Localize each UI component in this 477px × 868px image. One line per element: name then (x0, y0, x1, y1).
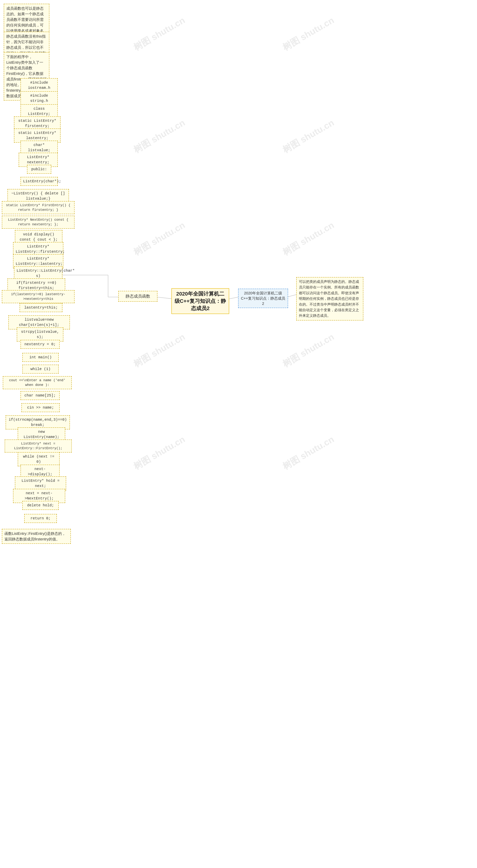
code-listentry-next: ListEntry* next = ListEntry::FirstEntry(… (5, 439, 72, 453)
code-strcpy: strcpy(listvalue, s); (17, 328, 63, 342)
right-title-label: 2020年全国计算机二级C++复习知识点：静态成员2 (241, 290, 286, 306)
center-node: 2020年全国计算机二级C++复习知识点：静态成员2 (172, 288, 229, 314)
bottom-text: 函数ListEntry::FirstEntry()是静态的，返回静态数据成员fi… (2, 529, 71, 544)
code-nextentry-fn: ListEntry* NextEntry() const { return ne… (2, 216, 74, 229)
code-int-main: int main() (22, 353, 59, 362)
code-while-1: while (1) (22, 365, 59, 374)
right-info-label: 可以把类的成员声明为静态的。静态成员只能存在一个实例。所有的成员函数都可以访问这… (299, 280, 359, 317)
code-while-next: while (next != 0) (18, 452, 60, 466)
code-if-lastentry: if(lastentry!=0) lastentry->nextentry=th… (2, 290, 74, 303)
code-cout-enter: cout <<\nEnter a name ('end' when done )… (3, 376, 72, 389)
watermark-7: 树图 shutu.cn (131, 331, 187, 370)
code-delete-hold: delete hold; (22, 501, 59, 510)
code-public: public: (27, 165, 51, 174)
watermark-2: 树图 shutu.cn (280, 14, 336, 54)
code-static-firstentry-fn: static ListEntry* FirstEntry() { return … (2, 201, 74, 214)
code-return-0: return 0; (24, 514, 57, 523)
code-char-name: char name[25]; (21, 391, 60, 400)
watermark-1: 树图 shutu.cn (131, 14, 187, 54)
watermark-8: 树图 shutu.cn (280, 331, 336, 370)
svg-line-0 (229, 297, 239, 299)
svg-line-2 (287, 294, 296, 297)
svg-line-1 (156, 297, 173, 299)
watermark-3: 树图 shutu.cn (131, 117, 187, 156)
right-info-node: 可以把类的成员声明为静态的。静态成员只能存在一个实例。所有的成员函数都可以访问这… (296, 277, 363, 320)
watermark-6: 树图 shutu.cn (280, 219, 336, 258)
code-nextentry-zero: nextentry = 0; (21, 340, 60, 349)
code-cin-name: cin >> name; (22, 403, 60, 412)
code-hold-next: ListEntry* hold = next; (15, 476, 66, 491)
right-title-node: 2020年全国计算机二级C++复习知识点：静态成员2 (238, 289, 288, 308)
watermark-5: 树图 shutu.cn (131, 219, 187, 258)
connector-layer (0, 0, 477, 868)
canvas: 树图 shutu.cn 树图 shutu.cn 树图 shutu.cn 树图 s… (0, 0, 477, 868)
watermark-4: 树图 shutu.cn (280, 117, 336, 156)
code-lastentry-this: lastentry=this; (20, 303, 62, 312)
code-include-iostream: #include iostream.h (21, 78, 58, 92)
center-label: 2020年全国计算机二级C++复习知识点：静态成员2 (174, 290, 227, 312)
watermark-9: 树图 shutu.cn (131, 433, 187, 472)
left-cat-node: 静态成员函数 (118, 291, 157, 302)
watermark-10: 树图 shutu.cn (280, 433, 336, 472)
code-include-string: #include string.h (21, 91, 58, 105)
code-listentry-ctor: ListEntry(char*); (21, 177, 58, 186)
left-cat-label: 静态成员函数 (126, 293, 150, 299)
